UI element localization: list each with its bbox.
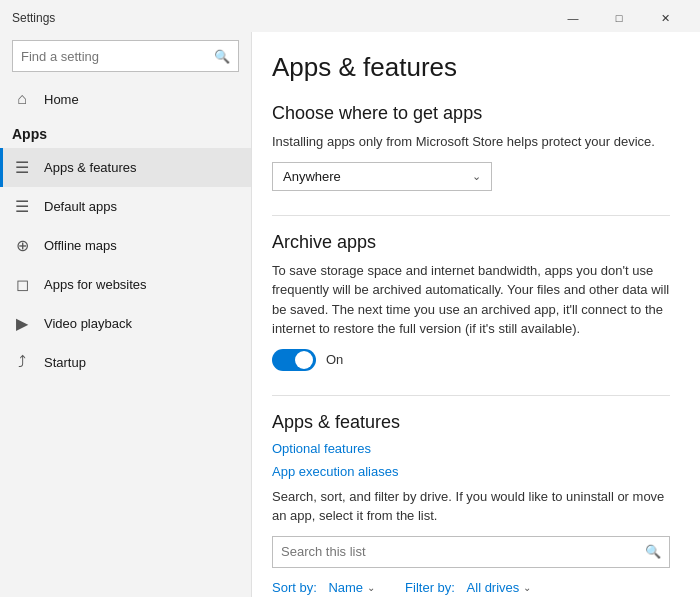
divider-2 xyxy=(272,395,670,396)
choose-apps-title: Choose where to get apps xyxy=(272,103,670,124)
sidebar-section-label: Apps xyxy=(0,118,251,148)
filter-label: Filter by: xyxy=(405,580,455,595)
archive-apps-desc: To save storage space and internet bandw… xyxy=(272,261,670,339)
archive-apps-title: Archive apps xyxy=(272,232,670,253)
archive-toggle[interactable] xyxy=(272,349,316,371)
sort-chevron-icon: ⌄ xyxy=(367,582,375,593)
sidebar-item-label: Default apps xyxy=(44,199,117,214)
sidebar-item-apps-websites[interactable]: ◻ Apps for websites xyxy=(0,265,251,304)
apps-features-icon: ☰ xyxy=(12,158,32,177)
search-list-input[interactable] xyxy=(273,540,637,563)
video-playback-icon: ▶ xyxy=(12,314,32,333)
search-sort-desc: Search, sort, and filter by drive. If yo… xyxy=(272,487,670,526)
offline-maps-icon: ⊕ xyxy=(12,236,32,255)
home-icon: ⌂ xyxy=(12,90,32,108)
choose-apps-desc: Installing apps only from Microsoft Stor… xyxy=(272,132,670,152)
sidebar-item-label: Apps for websites xyxy=(44,277,147,292)
page-title: Apps & features xyxy=(272,52,670,83)
chevron-down-icon: ⌄ xyxy=(472,170,481,183)
dropdown-value: Anywhere xyxy=(283,169,341,184)
search-icon: 🔍 xyxy=(206,49,238,64)
sort-by[interactable]: Sort by: Name ⌄ xyxy=(272,580,375,595)
toggle-label: On xyxy=(326,352,343,367)
maximize-button[interactable]: □ xyxy=(596,2,642,34)
sidebar-item-label: Video playback xyxy=(44,316,132,331)
sidebar-item-label: Startup xyxy=(44,355,86,370)
optional-features-link[interactable]: Optional features xyxy=(272,441,670,456)
app-execution-link[interactable]: App execution aliases xyxy=(272,464,670,479)
sort-filter-row: Sort by: Name ⌄ Filter by: All drives ⌄ xyxy=(272,580,670,595)
sidebar-item-label: Apps & features xyxy=(44,160,137,175)
sidebar-item-home[interactable]: ⌂ Home xyxy=(0,80,251,118)
section-archive-apps: Archive apps To save storage space and i… xyxy=(272,232,670,371)
window-title: Settings xyxy=(12,11,55,25)
sidebar-item-offline-maps[interactable]: ⊕ Offline maps xyxy=(0,226,251,265)
window-controls: — □ ✕ xyxy=(550,2,688,34)
default-apps-icon: ☰ xyxy=(12,197,32,216)
filter-value: All drives xyxy=(467,580,520,595)
sidebar-item-startup[interactable]: ⤴ Startup xyxy=(0,343,251,381)
sort-label: Sort by: xyxy=(272,580,317,595)
search-list-box[interactable]: 🔍 xyxy=(272,536,670,568)
title-bar: Settings — □ ✕ xyxy=(0,0,700,32)
startup-icon: ⤴ xyxy=(12,353,32,371)
filter-by[interactable]: Filter by: All drives ⌄ xyxy=(405,580,531,595)
apps-features-title: Apps & features xyxy=(272,412,670,433)
section-apps-features: Apps & features Optional features App ex… xyxy=(272,412,670,598)
sidebar-item-video-playback[interactable]: ▶ Video playback xyxy=(0,304,251,343)
app-body: 🔍 ⌂ Home Apps ☰ Apps & features ☰ Defaul… xyxy=(0,32,700,597)
sidebar: 🔍 ⌂ Home Apps ☰ Apps & features ☰ Defaul… xyxy=(0,32,252,597)
apps-websites-icon: ◻ xyxy=(12,275,32,294)
sidebar-item-default-apps[interactable]: ☰ Default apps xyxy=(0,187,251,226)
sidebar-item-apps-features[interactable]: ☰ Apps & features xyxy=(0,148,251,187)
filter-chevron-icon: ⌄ xyxy=(523,582,531,593)
search-list-icon: 🔍 xyxy=(637,544,669,559)
sidebar-search-box[interactable]: 🔍 xyxy=(12,40,239,72)
close-button[interactable]: ✕ xyxy=(642,2,688,34)
minimize-button[interactable]: — xyxy=(550,2,596,34)
divider-1 xyxy=(272,215,670,216)
sort-value: Name xyxy=(328,580,363,595)
sidebar-item-label: Home xyxy=(44,92,79,107)
main-content: Apps & features Choose where to get apps… xyxy=(252,32,700,597)
section-choose-apps: Choose where to get apps Installing apps… xyxy=(272,103,670,191)
anywhere-dropdown[interactable]: Anywhere ⌄ xyxy=(272,162,492,191)
search-input[interactable] xyxy=(13,45,206,68)
sidebar-item-label: Offline maps xyxy=(44,238,117,253)
toggle-row: On xyxy=(272,349,670,371)
